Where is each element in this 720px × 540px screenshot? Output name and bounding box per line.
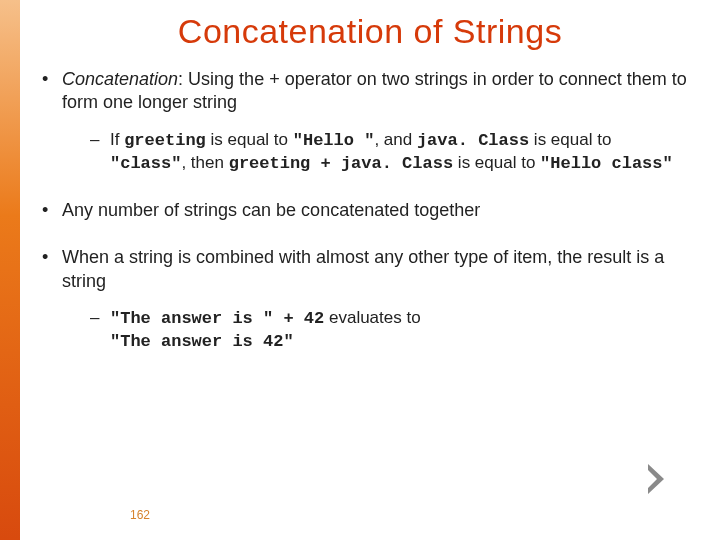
accent-stripe: [0, 0, 20, 540]
code-span: "The answer is " + 42: [110, 309, 324, 328]
code-span: "Hello class": [540, 154, 673, 173]
sub-list: If greeting is equal to "Hello ", and ja…: [90, 129, 690, 175]
bullet-text: Any number of strings can be concatenate…: [62, 200, 480, 220]
chevron-right-icon: [646, 462, 672, 496]
page-number: 162: [130, 508, 150, 522]
sub-text: , and: [374, 130, 417, 149]
bullet-item: Any number of strings can be concatenate…: [38, 199, 690, 222]
slide-content: Concatenation: Using the + operator on t…: [38, 68, 690, 377]
sub-text: is equal to: [453, 153, 540, 172]
bullet-list: Concatenation: Using the + operator on t…: [38, 68, 690, 353]
code-span: "Hello ": [293, 131, 375, 150]
code-span: java. Class: [417, 131, 529, 150]
term-italic: Concatenation: [62, 69, 178, 89]
sub-text: is equal to: [206, 130, 293, 149]
code-span: "The answer is 42": [110, 332, 294, 351]
sub-item: "The answer is " + 42 evaluates to "The …: [90, 307, 690, 353]
sub-list: "The answer is " + 42 evaluates to "The …: [90, 307, 690, 353]
code-span: greeting + java. Class: [229, 154, 453, 173]
sub-text: , then: [181, 153, 228, 172]
bullet-text: When a string is combined with almost an…: [62, 247, 664, 290]
bullet-item: Concatenation: Using the + operator on t…: [38, 68, 690, 175]
slide: Concatenation of Strings Concatenation: …: [0, 0, 720, 540]
sub-text: evaluates to: [324, 308, 420, 327]
code-span: "class": [110, 154, 181, 173]
slide-title: Concatenation of Strings: [40, 12, 700, 51]
bullet-item: When a string is combined with almost an…: [38, 246, 690, 353]
sub-text: If: [110, 130, 124, 149]
sub-text: is equal to: [529, 130, 611, 149]
sub-item: If greeting is equal to "Hello ", and ja…: [90, 129, 690, 175]
code-span: greeting: [124, 131, 206, 150]
